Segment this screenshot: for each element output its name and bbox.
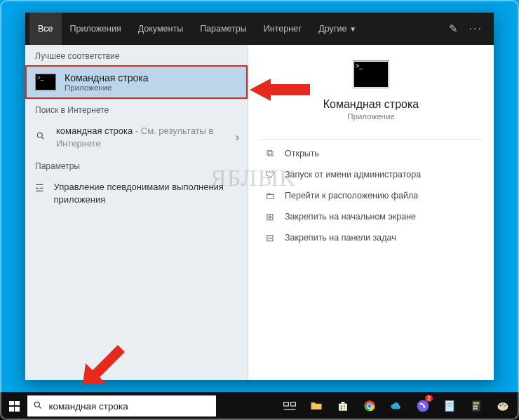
chrome-icon[interactable] bbox=[358, 392, 382, 420]
app-subtitle: Приложение bbox=[347, 112, 394, 121]
microsoft-store-icon[interactable] bbox=[331, 392, 355, 420]
web-result-query: командная строка bbox=[56, 126, 133, 136]
search-icon bbox=[34, 131, 48, 144]
best-match-title: Командная строка bbox=[65, 72, 148, 83]
best-match-subtitle: Приложение bbox=[65, 83, 148, 92]
more-options-icon[interactable]: ··· bbox=[469, 22, 483, 35]
svg-rect-12 bbox=[341, 408, 343, 410]
feedback-icon[interactable]: ✎ bbox=[449, 22, 458, 35]
svg-point-32 bbox=[504, 405, 506, 407]
folder-icon: 🗀 bbox=[264, 190, 276, 201]
taskbar-search[interactable] bbox=[27, 395, 216, 416]
tab-more[interactable]: Другие ▼ bbox=[310, 13, 365, 45]
action-open[interactable]: ⧉ Открыть bbox=[260, 142, 483, 164]
svg-point-4 bbox=[35, 402, 40, 407]
action-pin-start[interactable]: ⊞ Закрепить на начальном экране bbox=[260, 206, 483, 227]
task-view-icon[interactable] bbox=[278, 392, 302, 420]
cloud-icon[interactable] bbox=[384, 392, 408, 420]
best-match-result[interactable]: Командная строка Приложение bbox=[25, 65, 248, 99]
tab-web[interactable]: Интернет bbox=[255, 13, 311, 45]
annotation-arrow-bottom bbox=[76, 342, 125, 394]
notepad-icon[interactable] bbox=[438, 392, 461, 420]
svg-rect-10 bbox=[341, 405, 343, 407]
svg-point-33 bbox=[503, 407, 505, 409]
svg-marker-2 bbox=[250, 79, 310, 101]
search-icon bbox=[33, 400, 43, 412]
tab-apps[interactable]: Приложения bbox=[62, 13, 130, 45]
svg-rect-24 bbox=[473, 402, 479, 404]
tab-settings[interactable]: Параметры bbox=[191, 13, 255, 45]
category-tabs: Все Приложения Документы Параметры Интер… bbox=[25, 13, 494, 45]
svg-rect-27 bbox=[473, 408, 476, 410]
paint-icon[interactable] bbox=[491, 392, 515, 420]
svg-point-31 bbox=[502, 403, 504, 405]
app-title: Командная строка bbox=[323, 98, 419, 111]
cmd-icon bbox=[35, 74, 56, 90]
section-web: Поиск в Интернете bbox=[25, 99, 248, 119]
pin-start-icon: ⊞ bbox=[264, 211, 276, 222]
file-explorer-icon[interactable] bbox=[304, 392, 328, 420]
settings-result-label: Управление псевдонимами выполнения прило… bbox=[54, 181, 239, 205]
svg-rect-26 bbox=[476, 405, 478, 407]
tab-more-label: Другие bbox=[318, 24, 346, 34]
search-input[interactable] bbox=[48, 401, 210, 412]
alias-icon: ☲ bbox=[34, 181, 46, 194]
web-result[interactable]: командная строка - См. результаты в Инте… bbox=[25, 119, 248, 155]
section-best-match: Лучшее соответствие bbox=[25, 45, 248, 65]
calculator-icon[interactable] bbox=[464, 392, 488, 420]
svg-point-0 bbox=[37, 133, 42, 137]
svg-rect-6 bbox=[284, 402, 289, 406]
tab-documents[interactable]: Документы bbox=[130, 13, 191, 45]
svg-marker-3 bbox=[83, 345, 125, 384]
chevron-right-icon: › bbox=[236, 131, 239, 144]
shield-icon: 🛡 bbox=[264, 169, 276, 180]
app-icon-large bbox=[353, 60, 389, 88]
open-icon: ⧉ bbox=[264, 147, 276, 159]
action-pin-taskbar[interactable]: ⊟ Закрепить на панели задач bbox=[260, 227, 483, 248]
start-button[interactable] bbox=[4, 392, 25, 420]
svg-point-19 bbox=[417, 400, 429, 412]
results-left-pane: Лучшее соответствие Командная строка При… bbox=[25, 45, 248, 380]
chevron-down-icon: ▼ bbox=[349, 25, 356, 33]
divider bbox=[260, 139, 483, 140]
viber-icon[interactable]: 2 bbox=[411, 392, 435, 420]
annotation-arrow-top bbox=[250, 76, 310, 107]
svg-rect-11 bbox=[344, 405, 346, 407]
svg-rect-28 bbox=[476, 408, 478, 410]
svg-line-1 bbox=[42, 137, 44, 139]
taskbar: 2 bbox=[0, 392, 519, 420]
svg-point-18 bbox=[368, 404, 372, 408]
pin-taskbar-icon: ⊟ bbox=[264, 232, 276, 243]
svg-line-5 bbox=[39, 406, 41, 408]
windows-logo-icon bbox=[9, 401, 20, 412]
svg-point-30 bbox=[499, 405, 501, 407]
tab-all[interactable]: Все bbox=[29, 13, 62, 45]
svg-rect-9 bbox=[339, 404, 347, 411]
action-run-as-admin[interactable]: 🛡 Запуск от имени администратора bbox=[260, 164, 483, 185]
search-panel: Все Приложения Документы Параметры Интер… bbox=[25, 13, 494, 380]
action-open-file-location[interactable]: 🗀 Перейти к расположению файла bbox=[260, 185, 483, 206]
settings-result[interactable]: ☲ Управление псевдонимами выполнения при… bbox=[25, 175, 248, 211]
section-settings: Параметры bbox=[25, 155, 248, 175]
svg-rect-13 bbox=[344, 408, 346, 410]
svg-rect-7 bbox=[291, 402, 296, 406]
svg-rect-25 bbox=[473, 405, 476, 407]
